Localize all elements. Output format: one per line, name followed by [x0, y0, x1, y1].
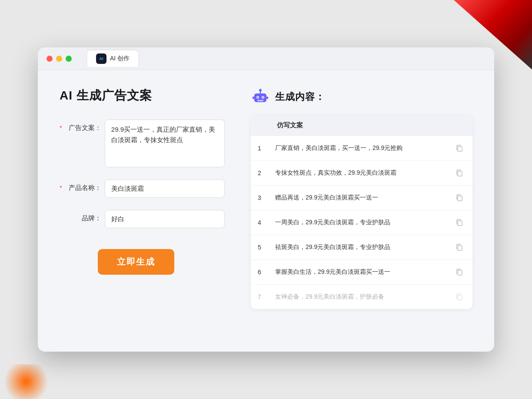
- svg-rect-15: [458, 270, 462, 275]
- product-required: *: [60, 180, 62, 191]
- row-copy-text: 女神必备，29.9元美白淡斑霜，护肤必备: [268, 285, 446, 309]
- row-copy-text: 祛斑美白，29.9元美白淡斑霜，专业护肤品: [268, 235, 446, 260]
- results-table: 仿写文案 1厂家直销，美白淡斑霜，买一送一，29.9元抢购 2专抹女性斑点，真实…: [251, 115, 472, 309]
- brand-group: * 品牌：: [60, 210, 225, 228]
- product-name-label: 产品名称：: [66, 180, 101, 192]
- row-copy-text: 专抹女性斑点，真实功效，29.9元美白淡斑霜: [268, 161, 446, 186]
- table-row: 6掌握美白生活，29.9元美白淡斑霜买一送一: [251, 260, 472, 285]
- svg-rect-9: [266, 96, 268, 99]
- row-number: 4: [251, 210, 268, 235]
- tab-label: AI 创作: [110, 55, 130, 63]
- row-copy-text: 厂家直销，美白淡斑霜，买一送一，29.9元抢购: [268, 136, 446, 161]
- row-copy-text: 一周美白，29.9元美白淡斑霜，专业护肤品: [268, 210, 446, 235]
- copy-button[interactable]: [446, 186, 472, 210]
- svg-rect-8: [253, 96, 254, 99]
- table-header-row: 仿写文案: [251, 115, 472, 136]
- table-row: 2专抹女性斑点，真实功效，29.9元美白淡斑霜: [251, 161, 472, 186]
- svg-rect-14: [458, 246, 462, 250]
- svg-rect-13: [458, 221, 462, 226]
- svg-rect-11: [458, 171, 462, 176]
- maximize-button[interactable]: [66, 56, 72, 62]
- table-row: 5祛斑美白，29.9元美白淡斑霜，专业护肤品: [251, 235, 472, 260]
- ad-copy-group: * 广告文案：: [60, 120, 225, 167]
- copy-button[interactable]: [446, 161, 472, 186]
- table-row: 1厂家直销，美白淡斑霜，买一送一，29.9元抢购: [251, 136, 472, 161]
- main-content: AI 生成广告文案 * 广告文案： * 产品名称： * 品牌： 立即生成: [38, 70, 494, 348]
- row-number: 5: [251, 235, 268, 260]
- svg-point-6: [263, 97, 264, 98]
- brand-input[interactable]: [105, 210, 225, 228]
- bg-decoration-bottom-left: [0, 364, 52, 399]
- generate-button[interactable]: 立即生成: [98, 249, 174, 275]
- copy-button[interactable]: [446, 210, 472, 235]
- product-name-input[interactable]: [105, 180, 225, 198]
- copy-button[interactable]: [446, 260, 472, 285]
- row-copy-text: 赠品再送，29.9元美白淡斑霜买一送一: [268, 186, 446, 210]
- copy-icon[interactable]: [453, 167, 466, 179]
- product-name-group: * 产品名称：: [60, 180, 225, 198]
- right-title: 生成内容：: [275, 90, 325, 103]
- right-panel: 生成内容： 仿写文案 1厂家直销，美白淡斑霜，买一送一，29.9元抢购 2专抹女…: [251, 87, 472, 331]
- row-number: 7: [251, 285, 268, 309]
- left-panel: AI 生成广告文案 * 广告文案： * 产品名称： * 品牌： 立即生成: [60, 87, 225, 331]
- svg-rect-12: [458, 196, 462, 201]
- ad-copy-required: *: [60, 120, 62, 131]
- copy-icon[interactable]: [453, 142, 466, 154]
- right-header: 生成内容：: [251, 87, 472, 106]
- table-row: 7女神必备，29.9元美白淡斑霜，护肤必备: [251, 285, 472, 309]
- ad-copy-label: 广告文案：: [66, 120, 101, 132]
- brand-label: 品牌：: [66, 210, 101, 223]
- table-row: 4一周美白，29.9元美白淡斑霜，专业护肤品: [251, 210, 472, 235]
- col-copy-header: 仿写文案: [268, 115, 446, 136]
- robot-icon: [251, 87, 270, 106]
- row-number: 3: [251, 186, 268, 210]
- copy-button[interactable]: [446, 235, 472, 260]
- copy-button[interactable]: [446, 136, 472, 161]
- table-row: 3赠品再送，29.9元美白淡斑霜买一送一: [251, 186, 472, 210]
- svg-rect-16: [458, 295, 462, 300]
- ad-copy-input[interactable]: [105, 120, 225, 167]
- copy-icon[interactable]: [453, 291, 466, 303]
- copy-button[interactable]: [446, 285, 472, 309]
- row-number: 1: [251, 136, 268, 161]
- row-number: 2: [251, 161, 268, 186]
- row-number: 6: [251, 260, 268, 285]
- minimize-button[interactable]: [56, 56, 62, 62]
- browser-window: AI 创作 AI 生成广告文案 * 广告文案： * 产品名称： * 品牌：: [38, 47, 494, 352]
- page-title: AI 生成广告文案: [60, 87, 225, 104]
- copy-icon[interactable]: [453, 216, 466, 229]
- copy-icon[interactable]: [453, 266, 466, 278]
- copy-icon[interactable]: [453, 241, 466, 253]
- svg-point-2: [259, 89, 262, 92]
- col-action: [446, 115, 472, 136]
- row-copy-text: 掌握美白生活，29.9元美白淡斑霜买一送一: [268, 260, 446, 285]
- close-button[interactable]: [47, 56, 53, 62]
- svg-rect-7: [257, 100, 263, 101]
- title-bar: AI 创作: [38, 47, 494, 70]
- col-num: [251, 115, 268, 136]
- traffic-lights: [47, 56, 72, 62]
- ai-tab[interactable]: AI 创作: [87, 50, 138, 67]
- copy-icon[interactable]: [453, 192, 466, 204]
- ai-icon: [96, 53, 106, 64]
- svg-rect-10: [458, 146, 462, 151]
- svg-point-5: [257, 97, 259, 98]
